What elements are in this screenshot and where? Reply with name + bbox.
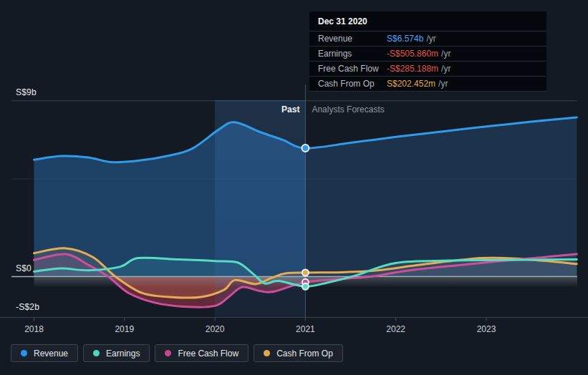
revenue-marker[interactable]	[302, 145, 309, 152]
x-axis-label-2023: 2023	[477, 324, 496, 334]
tooltip-label: Cash From Op	[318, 79, 387, 89]
y-axis-label-neg2b: -S$2b	[16, 302, 39, 312]
legend: Revenue Earnings Free Cash Flow Cash Fro…	[11, 344, 343, 362]
x-axis-label-2020: 2020	[206, 324, 225, 334]
tooltip: Dec 31 2020 Revenue S$6.574b /yr Earning…	[309, 11, 546, 92]
tooltip-row-revenue: Revenue S$6.574b /yr	[309, 31, 546, 46]
forecast-zone-label: Analysts Forecasts	[312, 104, 384, 115]
legend-label: Free Cash Flow	[178, 349, 238, 359]
tooltip-row-earnings: Earnings -S$505.860m /yr	[309, 46, 546, 61]
cash-from-op-marker[interactable]	[302, 270, 309, 276]
tooltip-unit: /yr	[441, 64, 450, 74]
tooltip-label: Revenue	[318, 34, 387, 44]
tooltip-date: Dec 31 2020	[309, 11, 546, 31]
x-axis-label-2022: 2022	[386, 324, 405, 334]
legend-label: Earnings	[106, 349, 140, 359]
tooltip-row-free-cash-flow: Free Cash Flow -S$285.188m /yr	[309, 61, 546, 76]
x-axis-label-2021: 2021	[296, 324, 315, 334]
x-axis-label-2019: 2019	[115, 324, 134, 334]
legend-item-cash-from-op[interactable]: Cash From Op	[254, 344, 343, 362]
tooltip-label: Free Cash Flow	[318, 64, 387, 74]
legend-label: Cash From Op	[276, 349, 333, 359]
past-zone-label: Past	[281, 104, 299, 115]
earnings-dot-icon	[93, 350, 100, 356]
earnings-marker[interactable]	[302, 283, 309, 290]
tooltip-row-cash-from-op: Cash From Op S$202.452m /yr	[309, 76, 546, 92]
tooltip-value: S$202.452m	[387, 79, 435, 89]
free-cash-flow-dot-icon	[165, 350, 171, 356]
x-axis-label-2018: 2018	[24, 324, 44, 334]
tooltip-label: Earnings	[318, 49, 387, 59]
legend-item-revenue[interactable]: Revenue	[11, 344, 78, 362]
tooltip-value: -S$285.188m	[387, 64, 438, 74]
revenue-dot-icon	[21, 350, 27, 356]
legend-item-earnings[interactable]: Earnings	[83, 344, 150, 362]
legend-label: Revenue	[34, 349, 68, 359]
legend-item-free-cash-flow[interactable]: Free Cash Flow	[155, 344, 249, 362]
tooltip-unit: /yr	[441, 49, 450, 59]
earnings-revenue-growth-chart: S$9b S$0 -S$2b 2018 2019 2020 2021 2022 …	[0, 0, 588, 375]
tooltip-value: S$6.574b	[387, 34, 423, 44]
tooltip-unit: /yr	[426, 34, 435, 44]
y-axis-label-9b: S$9b	[16, 87, 37, 97]
tooltip-value: -S$505.860m	[387, 49, 438, 59]
tooltip-unit: /yr	[438, 79, 448, 89]
cash-from-op-dot-icon	[264, 350, 270, 356]
y-axis-label-0: S$0	[16, 263, 32, 273]
